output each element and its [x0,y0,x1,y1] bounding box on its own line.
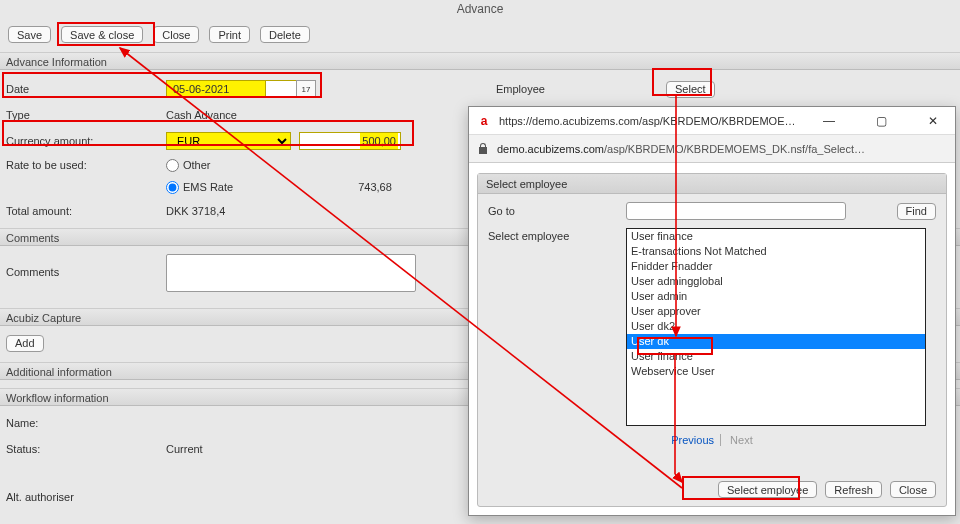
popup-title: https://demo.acubizems.com/asp/KBRDEMO/K… [499,115,799,127]
select-employee-button[interactable]: Select employee [718,481,817,498]
employee-item[interactable]: User dk2 [627,319,925,334]
rate-ems-radio[interactable] [166,181,179,194]
date-label: Date [6,83,166,95]
employee-item[interactable]: User approver [627,304,925,319]
employee-item[interactable]: User admingglobal [627,274,925,289]
window-close-button[interactable]: ✕ [911,107,955,135]
rate-ems-label: EMS Rate [183,181,233,193]
find-button[interactable]: Find [897,203,936,220]
capture-add-button[interactable]: Add [6,335,44,352]
comments-label: Comments [6,254,166,278]
popup-close-button[interactable]: Close [890,481,936,498]
alt-authoriser-label: Alt. authoriser [6,491,166,503]
window-minimize-button[interactable]: — [807,107,851,135]
currency-label: Currency amount: [6,135,166,147]
type-label: Type [6,109,166,121]
popup-url-path: /asp/KBRDEMO/KBRDEMOEMS_DK.nsf/fa_Select… [604,143,865,155]
employee-item[interactable]: E-transactions Not Matched [627,244,925,259]
pager-prev[interactable]: Previous [671,434,721,446]
window-maximize-button[interactable]: ▢ [859,107,903,135]
employee-item[interactable]: User dk [627,334,925,349]
save-button[interactable]: Save [8,26,51,43]
currency-select[interactable]: EUR [166,132,291,150]
name-label: Name: [6,417,166,429]
popup-url-bar: demo.acubizems.com/asp/KBRDEMO/KBRDEMOEM… [469,135,955,163]
employee-select-button[interactable]: Select [666,81,715,98]
save-close-button[interactable]: Save & close [61,26,143,43]
select-employee-popup: a https://demo.acubizems.com/asp/KBRDEMO… [468,106,956,516]
rate-value: 743,68 [358,181,392,193]
employee-item[interactable]: Fnidder Fnadder [627,259,925,274]
employee-label: Employee [496,83,666,95]
status-label: Status: [6,443,166,455]
employee-item[interactable]: User admin [627,289,925,304]
print-button[interactable]: Print [209,26,250,43]
rate-other-radio[interactable] [166,159,179,172]
calendar-icon[interactable]: 17 [296,80,316,98]
rate-label: Rate to be used: [6,159,166,171]
rate-other-label: Other [183,159,211,171]
section-advance-info: Advance Information [0,52,960,70]
delete-button[interactable]: Delete [260,26,310,43]
popup-titlebar: a https://demo.acubizems.com/asp/KBRDEMO… [469,107,955,135]
main-toolbar: Save Save & close Close Print Delete [8,26,310,43]
pager: Previous Next [478,434,946,446]
refresh-button[interactable]: Refresh [825,481,882,498]
window-title: Advance [0,2,960,16]
amount-value: 500,00 [360,133,398,149]
type-value: Cash Advance [166,109,237,121]
popup-url-host: demo.acubizems.com [497,143,604,155]
popup-header: Select employee [478,174,946,194]
lock-icon [477,143,489,155]
favicon-icon: a [477,114,491,128]
close-button[interactable]: Close [153,26,199,43]
goto-label: Go to [488,205,618,217]
employee-item[interactable]: Webservice User [627,364,925,379]
date-field[interactable]: 05-06-2021 [166,80,266,98]
pager-next[interactable]: Next [724,434,753,446]
status-value: Current [166,443,203,455]
goto-input[interactable] [626,202,846,220]
employee-listbox[interactable]: User financeE-transactions Not MatchedFn… [626,228,926,426]
total-value: DKK 3718,4 [166,205,225,217]
total-label: Total amount: [6,205,166,217]
comments-input[interactable] [166,254,416,292]
date-gap [266,80,296,98]
employee-item[interactable]: User finance [627,349,925,364]
amount-input[interactable]: 500,00 [299,132,401,150]
employee-item[interactable]: User finance [627,229,925,244]
select-employee-label: Select employee [488,228,618,242]
